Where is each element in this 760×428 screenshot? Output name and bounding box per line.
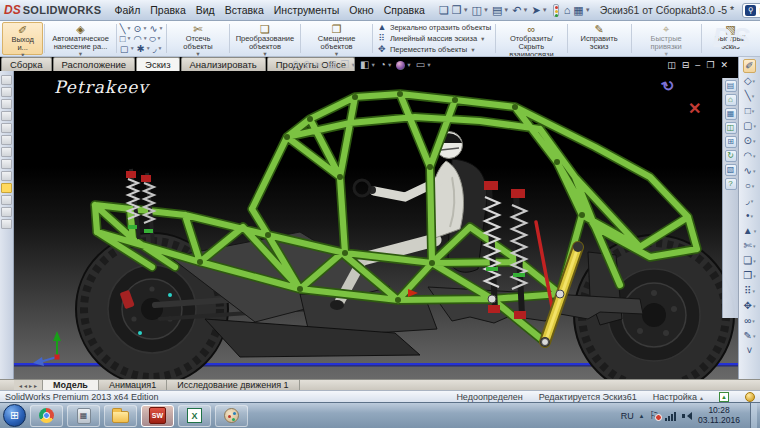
model-tab-Исследование движения 1[interactable]: Исследование движения 1	[167, 380, 299, 390]
appearances-icon[interactable]: ⊞	[725, 136, 737, 148]
quick-snaps-button[interactable]: ⌖Быстрые привязки▼	[632, 22, 699, 55]
configuration-menu[interactable]: Настройка▴	[653, 392, 703, 402]
exit-sketch-button[interactable]: ✐Выход и...▼	[2, 22, 43, 55]
tab-Эскиз[interactable]: Эскиз	[136, 57, 179, 71]
assembly-tool-0[interactable]	[1, 75, 12, 85]
menu-Правка[interactable]: Правка	[145, 2, 190, 18]
line-tool[interactable]: ╲▼	[120, 24, 132, 33]
convert-entities-tool[interactable]: ❏▾	[743, 254, 755, 268]
minimize-doc-icon[interactable]: –	[695, 60, 700, 70]
slot-tool[interactable]: ▢▾	[743, 119, 756, 133]
auto-dimension-button[interactable]: ◈Автоматическое нанесение ра...▼	[46, 22, 115, 55]
network-icon[interactable]	[665, 411, 676, 421]
rectangle-tool[interactable]: □▼	[120, 34, 132, 43]
display-relations-tool[interactable]: ∞▾	[744, 314, 755, 328]
fillet-tool[interactable]: ◞▼	[153, 44, 163, 53]
convert-entities-button[interactable]: ❏Преобразование объектов▼	[231, 22, 300, 55]
close-doc-icon[interactable]: ✕	[720, 60, 728, 70]
model-tab-Модель[interactable]: Модель	[43, 380, 99, 390]
hidden-icons-button[interactable]: ▴	[640, 412, 644, 420]
linear-pattern-button[interactable]: ⠿Линейный массив эскиза▼	[377, 34, 491, 43]
show-desktop-button[interactable]	[750, 403, 757, 428]
buggy-model[interactable]	[0, 57, 760, 379]
properties-icon[interactable]: ▤	[725, 80, 737, 92]
taskbar-explorer[interactable]	[104, 405, 137, 427]
point-tool[interactable]: ✱▼	[137, 44, 151, 53]
assembly-tool-8[interactable]	[1, 171, 12, 181]
driver-figure[interactable]	[330, 132, 464, 311]
clock[interactable]: 10:28 03.11.2016	[696, 406, 742, 425]
split-horizontal-icon[interactable]: ◫	[667, 60, 676, 70]
zoom-fit-icon[interactable]: ⚲	[292, 59, 299, 71]
file-explorer-icon[interactable]: ◫	[725, 122, 737, 134]
repair-sketch-button[interactable]: ✎Исправить эскиз	[569, 22, 630, 55]
zoom-area-icon[interactable]: ⚲	[303, 59, 310, 71]
tab-Расположение[interactable]: Расположение	[53, 57, 136, 71]
view-orientation-icon[interactable]: ▤	[327, 59, 336, 71]
section-view-icon[interactable]: ✄	[315, 59, 323, 71]
rebuild-traffic-light-icon[interactable]	[550, 4, 562, 17]
taskbar-calculator[interactable]: ▦	[67, 405, 100, 427]
offset-entities-tool[interactable]: ❐▾	[743, 269, 755, 283]
tab-scroll-3[interactable]: ▸	[34, 382, 37, 389]
circle-tool[interactable]: ⊙▼	[134, 24, 148, 33]
spline-tool[interactable]: ∿▼	[149, 24, 163, 33]
circle-tool[interactable]: ⊙▾	[744, 134, 756, 148]
assembly-tool-10[interactable]	[1, 195, 12, 205]
save-icon[interactable]: ◫▼	[471, 3, 490, 17]
options-icon[interactable]: ⌂	[563, 3, 572, 17]
assembly-tool-5[interactable]	[1, 135, 12, 145]
tab-scroll-2[interactable]: ▸	[29, 382, 32, 389]
assembly-tool-4[interactable]	[1, 123, 12, 133]
taskbar-excel[interactable]: X	[178, 405, 211, 427]
action-center-icon[interactable]: ⚐	[649, 410, 659, 421]
assembly-tool-9[interactable]	[1, 183, 12, 193]
cancel-sketch-icon[interactable]: ✕	[688, 99, 701, 118]
mirror-entities-tool[interactable]: ▲▾	[743, 224, 756, 238]
move-entities-button[interactable]: ✥Переместить объекты▼	[377, 45, 491, 54]
spline-tool[interactable]: ∿▾	[744, 164, 756, 178]
arc-tool[interactable]: ◠▼	[134, 34, 148, 43]
rectangle-tool[interactable]: □▾	[745, 104, 755, 118]
palette-icon[interactable]: ▧	[725, 164, 737, 176]
help-panel-icon[interactable]: ?	[725, 178, 737, 190]
graphics-viewport[interactable]: Petrakeev СборкаРасположениеЭскизАнализи…	[0, 57, 760, 379]
tab-scroll-1[interactable]: ◂	[24, 382, 27, 389]
undo-icon[interactable]: ↶▼	[511, 3, 529, 17]
taskbar-chrome[interactable]	[30, 405, 63, 427]
assembly-tool-6[interactable]	[1, 147, 12, 157]
offset-entities-button[interactable]: ❐Смещение объектов▼	[302, 22, 371, 55]
language-indicator[interactable]: RU	[621, 411, 634, 421]
ellipse-tool[interactable]: ○▾	[745, 179, 755, 193]
menu-Файл[interactable]: Файл	[109, 2, 145, 18]
menu-Окно[interactable]: Окно	[344, 2, 378, 18]
display-style-icon[interactable]: ◧▼	[360, 59, 376, 71]
move-entities-tool[interactable]: ✥▾	[744, 299, 756, 313]
menu-Вид[interactable]: Вид	[191, 2, 220, 18]
scene-image-icon[interactable]: ▦▼	[572, 3, 591, 17]
taskbar-solidworks[interactable]: SW	[141, 405, 174, 427]
open-icon[interactable]: ❒▼	[451, 3, 470, 17]
rebuild-icon[interactable]: ↻	[725, 150, 737, 162]
command-search[interactable]: ⚲ ⚲ ▼	[742, 3, 760, 18]
model-tab-Анимация1[interactable]: Анимация1	[99, 380, 167, 390]
assembly-tool-11[interactable]	[1, 207, 12, 217]
tab-scroll-0[interactable]: ◂	[19, 382, 22, 389]
arc-tool[interactable]: ◠▾	[743, 149, 755, 163]
menu-Вставка[interactable]: Вставка	[220, 2, 269, 18]
mirror-entities-button[interactable]: ▲Зеркально отразить объекты	[377, 23, 491, 32]
repair-sketch-tool[interactable]: ✎▾	[744, 329, 756, 343]
exit-sketch-tool[interactable]: ✐	[743, 59, 755, 73]
new-icon[interactable]: ❏	[438, 3, 450, 17]
split-vertical-icon[interactable]: ⊟	[682, 60, 690, 70]
more-tools-tool[interactable]: ˅	[747, 344, 753, 358]
trim-entities-tool[interactable]: ✄▾	[744, 239, 756, 253]
tab-Сборка[interactable]: Сборка	[1, 57, 52, 71]
menu-Инструменты[interactable]: Инструменты	[269, 2, 344, 18]
line-tool[interactable]: ╲▾	[745, 89, 755, 103]
assembly-tool-2[interactable]	[1, 99, 12, 109]
design-library-icon[interactable]: ▦	[725, 108, 737, 120]
assembly-tool-12[interactable]	[1, 219, 12, 229]
slot-tool[interactable]: ▢▼	[120, 44, 135, 53]
fillet-tool[interactable]: ◞▾	[746, 194, 753, 208]
